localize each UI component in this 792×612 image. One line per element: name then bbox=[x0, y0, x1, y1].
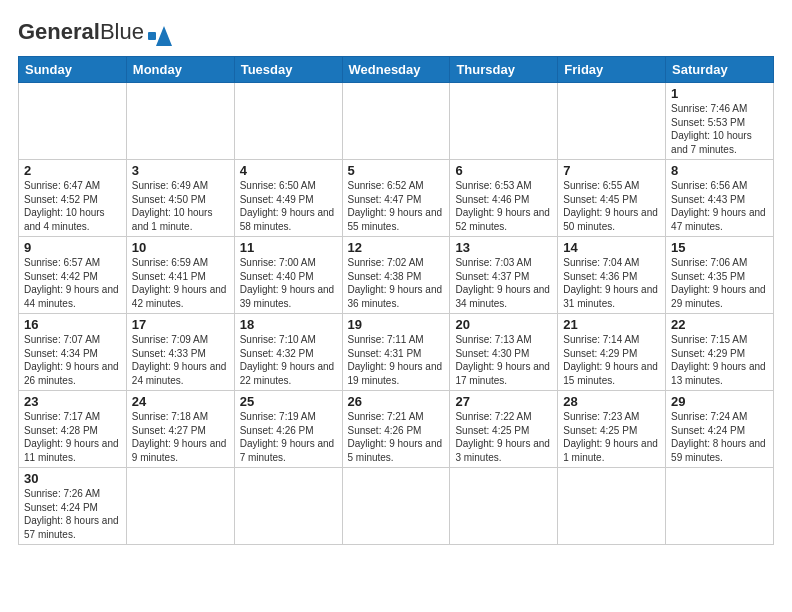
calendar-cell bbox=[126, 468, 234, 545]
calendar-cell: 7Sunrise: 6:55 AM Sunset: 4:45 PM Daylig… bbox=[558, 160, 666, 237]
calendar-cell: 15Sunrise: 7:06 AM Sunset: 4:35 PM Dayli… bbox=[666, 237, 774, 314]
day-info: Sunrise: 7:03 AM Sunset: 4:37 PM Dayligh… bbox=[455, 256, 552, 310]
calendar-cell: 9Sunrise: 6:57 AM Sunset: 4:42 PM Daylig… bbox=[19, 237, 127, 314]
calendar-cell: 28Sunrise: 7:23 AM Sunset: 4:25 PM Dayli… bbox=[558, 391, 666, 468]
day-number: 22 bbox=[671, 317, 768, 332]
day-info: Sunrise: 7:10 AM Sunset: 4:32 PM Dayligh… bbox=[240, 333, 337, 387]
calendar-cell bbox=[234, 468, 342, 545]
weekday-header-friday: Friday bbox=[558, 57, 666, 83]
calendar-cell: 25Sunrise: 7:19 AM Sunset: 4:26 PM Dayli… bbox=[234, 391, 342, 468]
calendar-cell bbox=[450, 468, 558, 545]
calendar-cell: 11Sunrise: 7:00 AM Sunset: 4:40 PM Dayli… bbox=[234, 237, 342, 314]
weekday-header-monday: Monday bbox=[126, 57, 234, 83]
day-number: 12 bbox=[348, 240, 445, 255]
day-number: 26 bbox=[348, 394, 445, 409]
day-info: Sunrise: 7:00 AM Sunset: 4:40 PM Dayligh… bbox=[240, 256, 337, 310]
calendar-cell bbox=[234, 83, 342, 160]
day-number: 1 bbox=[671, 86, 768, 101]
calendar-week-row: 16Sunrise: 7:07 AM Sunset: 4:34 PM Dayli… bbox=[19, 314, 774, 391]
day-number: 3 bbox=[132, 163, 229, 178]
day-info: Sunrise: 7:02 AM Sunset: 4:38 PM Dayligh… bbox=[348, 256, 445, 310]
calendar-week-row: 2Sunrise: 6:47 AM Sunset: 4:52 PM Daylig… bbox=[19, 160, 774, 237]
calendar-week-row: 1Sunrise: 7:46 AM Sunset: 5:53 PM Daylig… bbox=[19, 83, 774, 160]
calendar-cell: 27Sunrise: 7:22 AM Sunset: 4:25 PM Dayli… bbox=[450, 391, 558, 468]
logo-text: GeneralBlue bbox=[18, 21, 144, 43]
day-info: Sunrise: 7:23 AM Sunset: 4:25 PM Dayligh… bbox=[563, 410, 660, 464]
day-info: Sunrise: 7:24 AM Sunset: 4:24 PM Dayligh… bbox=[671, 410, 768, 464]
calendar-cell: 24Sunrise: 7:18 AM Sunset: 4:27 PM Dayli… bbox=[126, 391, 234, 468]
calendar-cell: 18Sunrise: 7:10 AM Sunset: 4:32 PM Dayli… bbox=[234, 314, 342, 391]
calendar-week-row: 30Sunrise: 7:26 AM Sunset: 4:24 PM Dayli… bbox=[19, 468, 774, 545]
calendar-cell: 10Sunrise: 6:59 AM Sunset: 4:41 PM Dayli… bbox=[126, 237, 234, 314]
calendar-cell: 26Sunrise: 7:21 AM Sunset: 4:26 PM Dayli… bbox=[342, 391, 450, 468]
calendar-cell: 4Sunrise: 6:50 AM Sunset: 4:49 PM Daylig… bbox=[234, 160, 342, 237]
day-number: 14 bbox=[563, 240, 660, 255]
day-info: Sunrise: 6:47 AM Sunset: 4:52 PM Dayligh… bbox=[24, 179, 121, 233]
calendar-cell: 21Sunrise: 7:14 AM Sunset: 4:29 PM Dayli… bbox=[558, 314, 666, 391]
day-number: 10 bbox=[132, 240, 229, 255]
calendar-cell: 8Sunrise: 6:56 AM Sunset: 4:43 PM Daylig… bbox=[666, 160, 774, 237]
day-number: 2 bbox=[24, 163, 121, 178]
day-info: Sunrise: 6:49 AM Sunset: 4:50 PM Dayligh… bbox=[132, 179, 229, 233]
day-number: 21 bbox=[563, 317, 660, 332]
day-info: Sunrise: 6:52 AM Sunset: 4:47 PM Dayligh… bbox=[348, 179, 445, 233]
calendar-cell bbox=[558, 468, 666, 545]
day-info: Sunrise: 6:56 AM Sunset: 4:43 PM Dayligh… bbox=[671, 179, 768, 233]
calendar-cell: 20Sunrise: 7:13 AM Sunset: 4:30 PM Dayli… bbox=[450, 314, 558, 391]
day-info: Sunrise: 7:26 AM Sunset: 4:24 PM Dayligh… bbox=[24, 487, 121, 541]
day-info: Sunrise: 7:21 AM Sunset: 4:26 PM Dayligh… bbox=[348, 410, 445, 464]
day-number: 17 bbox=[132, 317, 229, 332]
calendar: SundayMondayTuesdayWednesdayThursdayFrid… bbox=[18, 56, 774, 545]
calendar-cell bbox=[342, 83, 450, 160]
calendar-cell: 3Sunrise: 6:49 AM Sunset: 4:50 PM Daylig… bbox=[126, 160, 234, 237]
calendar-cell: 19Sunrise: 7:11 AM Sunset: 4:31 PM Dayli… bbox=[342, 314, 450, 391]
day-info: Sunrise: 7:06 AM Sunset: 4:35 PM Dayligh… bbox=[671, 256, 768, 310]
day-info: Sunrise: 6:57 AM Sunset: 4:42 PM Dayligh… bbox=[24, 256, 121, 310]
calendar-cell bbox=[19, 83, 127, 160]
day-number: 11 bbox=[240, 240, 337, 255]
day-number: 8 bbox=[671, 163, 768, 178]
day-info: Sunrise: 7:07 AM Sunset: 4:34 PM Dayligh… bbox=[24, 333, 121, 387]
calendar-cell: 22Sunrise: 7:15 AM Sunset: 4:29 PM Dayli… bbox=[666, 314, 774, 391]
day-number: 23 bbox=[24, 394, 121, 409]
page: GeneralBlue SundayMondayTuesdayWednesday… bbox=[0, 0, 792, 555]
weekday-header-saturday: Saturday bbox=[666, 57, 774, 83]
svg-marker-0 bbox=[156, 26, 172, 46]
calendar-cell: 5Sunrise: 6:52 AM Sunset: 4:47 PM Daylig… bbox=[342, 160, 450, 237]
weekday-header-tuesday: Tuesday bbox=[234, 57, 342, 83]
calendar-week-row: 23Sunrise: 7:17 AM Sunset: 4:28 PM Dayli… bbox=[19, 391, 774, 468]
day-info: Sunrise: 7:11 AM Sunset: 4:31 PM Dayligh… bbox=[348, 333, 445, 387]
day-number: 6 bbox=[455, 163, 552, 178]
calendar-cell: 14Sunrise: 7:04 AM Sunset: 4:36 PM Dayli… bbox=[558, 237, 666, 314]
calendar-cell: 29Sunrise: 7:24 AM Sunset: 4:24 PM Dayli… bbox=[666, 391, 774, 468]
day-info: Sunrise: 7:04 AM Sunset: 4:36 PM Dayligh… bbox=[563, 256, 660, 310]
calendar-cell bbox=[558, 83, 666, 160]
day-info: Sunrise: 7:46 AM Sunset: 5:53 PM Dayligh… bbox=[671, 102, 768, 156]
calendar-cell bbox=[126, 83, 234, 160]
weekday-header-sunday: Sunday bbox=[19, 57, 127, 83]
day-info: Sunrise: 7:19 AM Sunset: 4:26 PM Dayligh… bbox=[240, 410, 337, 464]
day-number: 4 bbox=[240, 163, 337, 178]
day-number: 24 bbox=[132, 394, 229, 409]
day-info: Sunrise: 7:14 AM Sunset: 4:29 PM Dayligh… bbox=[563, 333, 660, 387]
header: GeneralBlue bbox=[18, 18, 774, 46]
day-number: 15 bbox=[671, 240, 768, 255]
calendar-cell: 23Sunrise: 7:17 AM Sunset: 4:28 PM Dayli… bbox=[19, 391, 127, 468]
day-info: Sunrise: 7:18 AM Sunset: 4:27 PM Dayligh… bbox=[132, 410, 229, 464]
day-info: Sunrise: 6:53 AM Sunset: 4:46 PM Dayligh… bbox=[455, 179, 552, 233]
calendar-cell: 16Sunrise: 7:07 AM Sunset: 4:34 PM Dayli… bbox=[19, 314, 127, 391]
svg-rect-1 bbox=[148, 32, 156, 40]
calendar-cell bbox=[450, 83, 558, 160]
logo-icon bbox=[148, 18, 180, 46]
day-info: Sunrise: 7:22 AM Sunset: 4:25 PM Dayligh… bbox=[455, 410, 552, 464]
calendar-cell: 30Sunrise: 7:26 AM Sunset: 4:24 PM Dayli… bbox=[19, 468, 127, 545]
calendar-cell bbox=[342, 468, 450, 545]
calendar-cell: 17Sunrise: 7:09 AM Sunset: 4:33 PM Dayli… bbox=[126, 314, 234, 391]
weekday-header-row: SundayMondayTuesdayWednesdayThursdayFrid… bbox=[19, 57, 774, 83]
day-number: 16 bbox=[24, 317, 121, 332]
day-info: Sunrise: 6:55 AM Sunset: 4:45 PM Dayligh… bbox=[563, 179, 660, 233]
logo: GeneralBlue bbox=[18, 18, 180, 46]
day-number: 7 bbox=[563, 163, 660, 178]
day-number: 30 bbox=[24, 471, 121, 486]
day-number: 18 bbox=[240, 317, 337, 332]
